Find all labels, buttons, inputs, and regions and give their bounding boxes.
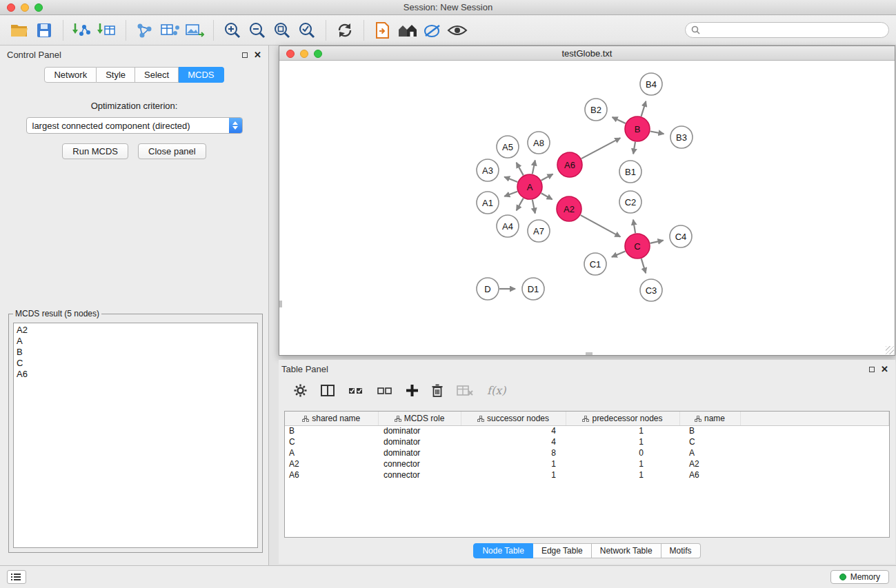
table-tab-edge-table[interactable]: Edge Table [533,543,592,558]
edge-A6-B[interactable] [581,138,621,159]
cell[interactable]: 1 [566,458,679,469]
tab-network[interactable]: Network [44,67,97,83]
edge-B-B4[interactable] [641,101,646,116]
edge-A-A2[interactable] [541,193,552,199]
result-item[interactable]: A [17,336,255,347]
close-panel-icon[interactable]: ✕ [254,52,261,59]
column-header-shared-name[interactable]: shared name [285,412,378,425]
edge-A-A1[interactable] [504,192,517,196]
result-item[interactable]: A2 [17,325,255,336]
table-tab-node-table[interactable]: Node Table [473,543,533,558]
cell[interactable]: A6 [679,469,740,480]
cell[interactable]: 0 [566,447,679,458]
cell[interactable]: connector [378,458,461,469]
add-column-button[interactable] [406,385,418,396]
close-panel-button[interactable]: Close panel [138,143,206,159]
import-table-button[interactable] [94,19,119,42]
cell[interactable]: A6 [285,469,378,480]
resize-handle[interactable] [886,346,894,354]
table-row[interactable]: A2connector11A2 [285,458,889,469]
apply-layout-button[interactable] [332,19,357,42]
delete-table-button[interactable] [457,385,473,396]
open-report-button[interactable] [370,19,395,42]
edge-A2-C[interactable] [581,215,621,237]
edge-B-B3[interactable] [650,132,664,134]
delete-column-button[interactable] [432,384,443,397]
mcds-result-list[interactable]: A2ABCA6 [13,323,258,548]
close-window-button[interactable] [7,3,15,12]
unselect-all-button[interactable] [377,385,392,396]
table-row[interactable]: Adominator80A [285,447,889,458]
tab-style[interactable]: Style [97,67,135,83]
cell[interactable]: C [679,436,740,447]
new-table-button[interactable] [157,19,182,42]
memory-button[interactable]: Memory [830,570,889,584]
show-hide-button[interactable] [445,19,470,42]
zoom-out-button[interactable] [245,19,270,42]
function-builder-button[interactable]: f(x) [487,384,506,397]
cell[interactable]: 1 [566,469,679,480]
cell[interactable]: dominator [378,447,461,458]
edge-C-C4[interactable] [650,241,664,243]
home-button[interactable] [395,19,420,42]
zoom-selected-button[interactable] [295,19,319,42]
cell[interactable]: 4 [461,425,566,436]
table-row[interactable]: Cdominator41C [285,436,889,447]
table-settings-button[interactable] [294,384,307,397]
search-input[interactable] [704,26,883,35]
export-image-button[interactable] [182,19,207,42]
cell[interactable]: connector [378,469,461,480]
cell[interactable]: 1 [566,436,679,447]
cell[interactable]: A2 [285,458,378,469]
tab-mcds[interactable]: MCDS [179,67,223,83]
result-item[interactable]: A6 [17,369,255,380]
cell[interactable]: dominator [378,425,461,436]
cell[interactable]: 8 [461,447,566,458]
minimize-window-button[interactable] [21,3,29,12]
edge-A-A7[interactable] [532,200,535,214]
vertical-scroll-hint[interactable] [279,301,282,307]
tab-select[interactable]: Select [135,67,179,83]
table-row[interactable]: A6connector11A6 [285,469,889,480]
save-session-button[interactable] [32,19,57,42]
column-header-name[interactable]: name [679,412,740,425]
cell[interactable]: 1 [461,458,566,469]
maximize-window-button[interactable] [34,3,43,12]
edge-A-A4[interactable] [517,199,524,211]
float-table-panel-icon[interactable] [869,367,875,372]
cell[interactable]: 1 [461,469,566,480]
network-graph[interactable]: B4B2BB3A5A8A6B1A3AC2A1A2A4A7C4CC1C3DD1 [279,61,895,355]
network-canvas[interactable]: B4B2BB3A5A8A6B1A3AC2A1A2A4A7C4CC1C3DD1 [279,61,895,355]
import-network-button[interactable] [70,19,94,42]
edge-B-B2[interactable] [613,117,626,123]
zoom-in-button[interactable] [220,19,245,42]
column-header-mcds-role[interactable]: MCDS role [378,412,461,425]
new-network-button[interactable] [132,19,157,42]
table-row[interactable]: Bdominator41B [285,425,889,436]
network-minimize-button[interactable] [300,50,308,58]
cell[interactable]: A [285,447,378,458]
open-session-button[interactable] [7,19,32,42]
column-header-predecessor-nodes[interactable]: predecessor nodes [566,412,679,425]
horizontal-scroll-hint[interactable] [586,352,593,355]
cell[interactable]: B [679,425,740,436]
close-table-panel-icon[interactable]: ✕ [881,366,888,373]
search-field[interactable] [685,22,889,38]
show-columns-button[interactable] [321,385,335,396]
network-close-button[interactable] [286,50,295,58]
task-history-button[interactable] [7,570,26,584]
edge-A-A3[interactable] [504,177,517,183]
result-item[interactable]: B [17,347,255,358]
run-mcds-button[interactable]: Run MCDS [62,143,128,159]
edge-C-C3[interactable] [641,258,646,273]
edge-A-A5[interactable] [517,163,524,176]
table-tab-motifs[interactable]: Motifs [661,543,701,558]
column-header-successor-nodes[interactable]: successor nodes [461,412,566,425]
select-all-button[interactable] [348,385,364,396]
cell[interactable]: 1 [566,425,679,436]
criterion-dropdown[interactable]: largest connected component (directed) [26,117,243,134]
cell[interactable]: C [285,436,378,447]
edge-A-A8[interactable] [532,161,535,174]
result-item[interactable]: C [17,358,255,369]
node-table[interactable]: shared nameMCDS rolesuccessor nodesprede… [284,411,890,538]
